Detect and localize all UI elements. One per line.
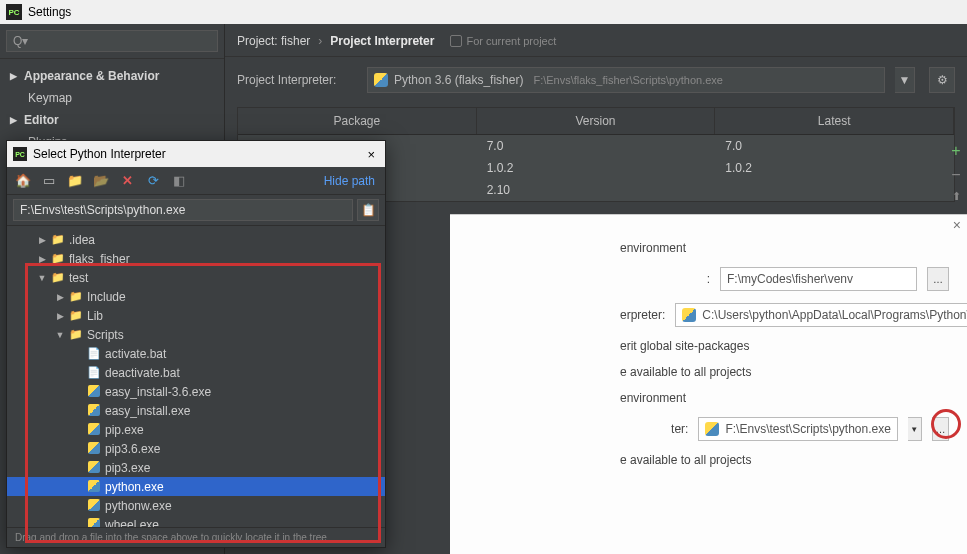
make-available-checkbox-label[interactable]: e available to all projects — [620, 365, 751, 379]
interpreter-name: Python 3.6 (flaks_fisher) — [394, 73, 523, 87]
tree-item-label: wheel.exe — [105, 518, 159, 528]
location-browse-button[interactable]: … — [927, 267, 949, 291]
disclosure-icon[interactable]: ▶ — [37, 254, 47, 264]
col-version[interactable]: Version — [477, 108, 716, 134]
file-tree[interactable]: ▶📁.idea▶📁flaks_fisher▼📁test▶📁Include▶📁Li… — [7, 226, 385, 527]
sidebar-item-keymap[interactable]: Keymap — [0, 87, 224, 109]
tree-item[interactable]: ▶📁Lib — [7, 306, 385, 325]
tree-item-label: deactivate.bat — [105, 366, 180, 380]
file-icon: 📄 — [87, 347, 101, 360]
tree-item[interactable]: pip3.exe — [7, 458, 385, 477]
tree-item[interactable]: 📄activate.bat — [7, 344, 385, 363]
tree-item[interactable]: pip.exe — [7, 420, 385, 439]
tree-item[interactable]: ▶📁.idea — [7, 230, 385, 249]
settings-search-input[interactable] — [6, 30, 218, 52]
sidebar-label: Keymap — [28, 91, 72, 105]
interpreter-path: F:\Envs\flaks_fisher\Scripts\python.exe — [533, 74, 723, 86]
python-icon — [374, 73, 388, 87]
hide-path-link[interactable]: Hide path — [324, 174, 379, 188]
base-interpreter-label: erpreter: — [620, 308, 665, 322]
inherit-checkbox-label[interactable]: erit global site-packages — [620, 339, 749, 353]
home-icon[interactable]: 🏠 — [13, 171, 33, 191]
python-file-icon — [87, 461, 101, 475]
breadcrumb-hint: For current project — [466, 35, 556, 47]
interpreter-gear-button[interactable]: ⚙ — [929, 67, 955, 93]
base-interpreter-dropdown[interactable]: C:\Users\python\AppData\Local\Programs\P… — [675, 303, 967, 327]
location-label: : — [620, 272, 710, 286]
tree-item[interactable]: 📄deactivate.bat — [7, 363, 385, 382]
dialog-titlebar: PC Select Python Interpreter × — [7, 141, 385, 167]
interpreter-dropdown-arrow[interactable]: ▼ — [895, 67, 915, 93]
app-icon: PC — [13, 147, 27, 161]
tree-item-label: test — [69, 271, 88, 285]
existing-env-radio-label[interactable]: environment — [620, 391, 686, 405]
breadcrumb-sep-icon: › — [318, 34, 322, 48]
add-package-button[interactable]: + — [951, 142, 960, 160]
tree-item-label: Include — [87, 290, 126, 304]
tree-item[interactable]: ▶📁Include — [7, 287, 385, 306]
base-interpreter-value: C:\Users\python\AppData\Local\Programs\P… — [702, 308, 967, 322]
python-file-icon — [87, 423, 101, 437]
folder-icon: 📁 — [69, 290, 83, 303]
existing-interpreter-value: F:\Envs\test\Scripts\python.exe — [725, 422, 890, 436]
interpreter-dropdown[interactable]: Python 3.6 (flaks_fisher) F:\Envs\flaks_… — [367, 67, 885, 93]
tree-item[interactable]: pythonw.exe — [7, 496, 385, 515]
close-icon[interactable]: × — [953, 217, 961, 233]
project-icon[interactable]: 📁 — [65, 171, 85, 191]
new-folder-icon[interactable]: 📂 — [91, 171, 111, 191]
tree-item[interactable]: python.exe — [7, 477, 385, 496]
reset-icon[interactable] — [450, 35, 462, 47]
disclosure-icon[interactable]: ▶ — [55, 311, 65, 321]
remove-package-button[interactable]: − — [951, 166, 960, 184]
history-button[interactable]: 📋 — [357, 199, 379, 221]
tree-item-label: activate.bat — [105, 347, 166, 361]
upgrade-package-button[interactable]: ⬆ — [952, 190, 961, 203]
tree-item-label: python.exe — [105, 480, 164, 494]
cell: 2.10 — [477, 179, 716, 201]
disclosure-icon[interactable]: ▼ — [55, 330, 65, 340]
existing-dropdown-arrow[interactable]: ▼ — [908, 417, 922, 441]
sidebar-item-appearance[interactable]: ▶Appearance & Behavior — [0, 65, 224, 87]
breadcrumb: Project: fisher › Project Interpreter Fo… — [225, 24, 967, 57]
python-icon — [682, 308, 696, 322]
file-icon: 📄 — [87, 366, 101, 379]
python-file-icon — [87, 385, 101, 399]
path-input[interactable] — [13, 199, 353, 221]
annotation-circle — [931, 409, 961, 439]
disclosure-icon[interactable]: ▶ — [55, 292, 65, 302]
tree-item[interactable]: easy_install-3.6.exe — [7, 382, 385, 401]
existing-interpreter-dropdown[interactable]: F:\Envs\test\Scripts\python.exe — [698, 417, 897, 441]
show-hidden-icon[interactable]: ◧ — [169, 171, 189, 191]
window-titlebar: PC Settings — [0, 0, 967, 24]
dialog-title: Select Python Interpreter — [33, 147, 166, 161]
dialog-close-button[interactable]: × — [363, 147, 379, 162]
delete-icon[interactable]: ✕ — [117, 171, 137, 191]
new-env-radio-label[interactable]: environment — [620, 241, 686, 255]
tree-item[interactable]: pip3.6.exe — [7, 439, 385, 458]
python-file-icon — [87, 442, 101, 456]
tree-item[interactable]: ▶📁flaks_fisher — [7, 249, 385, 268]
interpreter-label: Project Interpreter: — [237, 73, 357, 87]
location-value: F:\myCodes\fisher\venv — [727, 272, 853, 286]
tree-item-label: Scripts — [87, 328, 124, 342]
location-input[interactable]: F:\myCodes\fisher\venv — [720, 267, 917, 291]
tree-item[interactable]: easy_install.exe — [7, 401, 385, 420]
select-interpreter-dialog: PC Select Python Interpreter × 🏠 ▭ 📁 📂 ✕… — [6, 140, 386, 548]
gear-icon: ⚙ — [937, 73, 948, 87]
tree-item-label: pip3.6.exe — [105, 442, 160, 456]
tree-item[interactable]: ▼📁test — [7, 268, 385, 287]
folder-icon: 📁 — [69, 309, 83, 322]
tree-item[interactable]: ▼📁Scripts — [7, 325, 385, 344]
sidebar-label: Editor — [24, 113, 59, 127]
disclosure-icon[interactable]: ▶ — [37, 235, 47, 245]
python-file-icon — [87, 404, 101, 418]
folder-icon: 📁 — [51, 233, 65, 246]
tree-item[interactable]: wheel.exe — [7, 515, 385, 527]
sidebar-item-editor[interactable]: ▶Editor — [0, 109, 224, 131]
col-package[interactable]: Package — [238, 108, 477, 134]
col-latest[interactable]: Latest — [715, 108, 954, 134]
make-available-checkbox-label-2[interactable]: e available to all projects — [620, 453, 751, 467]
refresh-icon[interactable]: ⟳ — [143, 171, 163, 191]
disclosure-icon[interactable]: ▼ — [37, 273, 47, 283]
desktop-icon[interactable]: ▭ — [39, 171, 59, 191]
